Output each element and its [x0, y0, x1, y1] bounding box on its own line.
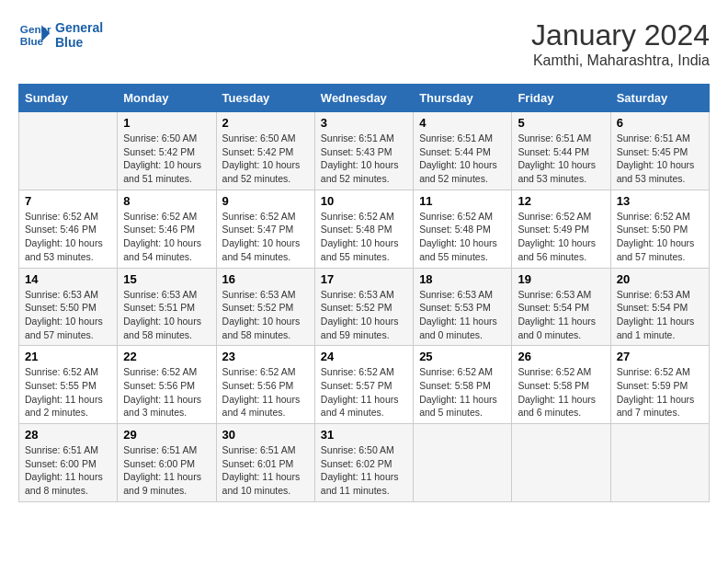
title-block: January 2024 Kamthi, Maharashtra, India: [531, 18, 710, 69]
weekday-header: Thursday: [414, 85, 512, 112]
calendar-cell: [512, 424, 610, 502]
day-detail: Sunrise: 6:50 AM Sunset: 5:42 PM Dayligh…: [222, 132, 301, 184]
day-detail: Sunrise: 6:52 AM Sunset: 5:46 PM Dayligh…: [123, 211, 201, 262]
logo-line2: Blue: [55, 35, 103, 50]
day-detail: Sunrise: 6:52 AM Sunset: 5:49 PM Dayligh…: [518, 211, 596, 262]
calendar-cell: 19Sunrise: 6:53 AM Sunset: 5:54 PM Dayli…: [512, 268, 610, 346]
calendar-cell: 7Sunrise: 6:52 AM Sunset: 5:46 PM Daylig…: [19, 190, 118, 268]
day-detail: Sunrise: 6:51 AM Sunset: 5:44 PM Dayligh…: [518, 132, 596, 184]
day-detail: Sunrise: 6:52 AM Sunset: 5:48 PM Dayligh…: [419, 211, 497, 262]
calendar-cell: [610, 424, 709, 502]
page-header: General Blue General Blue January 2024 K…: [18, 18, 710, 69]
day-detail: Sunrise: 6:52 AM Sunset: 5:59 PM Dayligh…: [617, 366, 695, 418]
calendar-week-row: 1Sunrise: 6:50 AM Sunset: 5:42 PM Daylig…: [19, 112, 710, 190]
day-number: 15: [123, 272, 210, 286]
day-number: 29: [123, 428, 210, 442]
logo-line1: General: [55, 20, 103, 35]
location: Kamthi, Maharashtra, India: [531, 52, 710, 69]
day-detail: Sunrise: 6:53 AM Sunset: 5:54 PM Dayligh…: [518, 289, 596, 340]
calendar-cell: 17Sunrise: 6:53 AM Sunset: 5:52 PM Dayli…: [314, 268, 413, 346]
day-number: 3: [321, 116, 407, 130]
day-detail: Sunrise: 6:50 AM Sunset: 5:42 PM Dayligh…: [123, 132, 201, 184]
calendar-cell: 10Sunrise: 6:52 AM Sunset: 5:48 PM Dayli…: [314, 190, 413, 268]
calendar-cell: 1Sunrise: 6:50 AM Sunset: 5:42 PM Daylig…: [118, 112, 216, 190]
calendar-cell: 3Sunrise: 6:51 AM Sunset: 5:43 PM Daylig…: [314, 112, 413, 190]
weekday-header: Sunday: [19, 85, 118, 112]
calendar-cell: 14Sunrise: 6:53 AM Sunset: 5:50 PM Dayli…: [19, 268, 118, 346]
day-detail: Sunrise: 6:52 AM Sunset: 5:58 PM Dayligh…: [419, 366, 497, 418]
day-number: 22: [123, 350, 210, 363]
calendar-cell: 30Sunrise: 6:51 AM Sunset: 6:01 PM Dayli…: [216, 424, 314, 502]
calendar-cell: 23Sunrise: 6:52 AM Sunset: 5:56 PM Dayli…: [216, 346, 314, 424]
day-number: 25: [419, 350, 506, 363]
day-number: 9: [222, 194, 309, 208]
weekday-header: Tuesday: [216, 85, 314, 112]
weekday-header: Friday: [512, 85, 610, 112]
day-number: 10: [321, 194, 407, 208]
calendar-cell: 25Sunrise: 6:52 AM Sunset: 5:58 PM Dayli…: [414, 346, 512, 424]
day-number: 18: [419, 272, 506, 286]
day-number: 19: [518, 272, 604, 286]
day-number: 6: [617, 116, 703, 130]
weekday-header: Monday: [118, 85, 216, 112]
calendar-cell: 28Sunrise: 6:51 AM Sunset: 6:00 PM Dayli…: [19, 424, 118, 502]
calendar-cell: 16Sunrise: 6:53 AM Sunset: 5:52 PM Dayli…: [216, 268, 314, 346]
day-detail: Sunrise: 6:51 AM Sunset: 6:00 PM Dayligh…: [123, 444, 201, 496]
calendar-cell: 4Sunrise: 6:51 AM Sunset: 5:44 PM Daylig…: [414, 112, 512, 190]
calendar-cell: 12Sunrise: 6:52 AM Sunset: 5:49 PM Dayli…: [512, 190, 610, 268]
calendar-cell: 5Sunrise: 6:51 AM Sunset: 5:44 PM Daylig…: [512, 112, 610, 190]
month-title: January 2024: [531, 18, 710, 52]
calendar-cell: 18Sunrise: 6:53 AM Sunset: 5:53 PM Dayli…: [414, 268, 512, 346]
calendar-cell: 27Sunrise: 6:52 AM Sunset: 5:59 PM Dayli…: [610, 346, 709, 424]
calendar-cell: 2Sunrise: 6:50 AM Sunset: 5:42 PM Daylig…: [216, 112, 314, 190]
day-number: 4: [419, 116, 506, 130]
calendar-cell: [414, 424, 512, 502]
calendar-cell: 20Sunrise: 6:53 AM Sunset: 5:54 PM Dayli…: [610, 268, 709, 346]
calendar-cell: 11Sunrise: 6:52 AM Sunset: 5:48 PM Dayli…: [414, 190, 512, 268]
calendar-cell: 15Sunrise: 6:53 AM Sunset: 5:51 PM Dayli…: [118, 268, 216, 346]
day-number: 8: [123, 194, 210, 208]
day-number: 2: [222, 116, 309, 130]
day-detail: Sunrise: 6:52 AM Sunset: 5:57 PM Dayligh…: [321, 366, 399, 418]
day-number: 24: [321, 350, 407, 363]
weekday-header: Saturday: [610, 85, 709, 112]
day-number: 26: [518, 350, 604, 363]
day-number: 13: [617, 194, 703, 208]
calendar-cell: 29Sunrise: 6:51 AM Sunset: 6:00 PM Dayli…: [118, 424, 216, 502]
day-number: 5: [518, 116, 604, 130]
calendar-cell: 9Sunrise: 6:52 AM Sunset: 5:47 PM Daylig…: [216, 190, 314, 268]
calendar-week-row: 28Sunrise: 6:51 AM Sunset: 6:00 PM Dayli…: [19, 424, 710, 502]
weekday-header: Wednesday: [314, 85, 413, 112]
day-number: 21: [25, 350, 111, 363]
day-detail: Sunrise: 6:53 AM Sunset: 5:51 PM Dayligh…: [123, 289, 201, 340]
day-number: 27: [617, 350, 703, 363]
day-number: 14: [25, 272, 111, 286]
day-number: 30: [222, 428, 309, 442]
day-detail: Sunrise: 6:52 AM Sunset: 5:50 PM Dayligh…: [617, 211, 695, 262]
day-detail: Sunrise: 6:52 AM Sunset: 5:48 PM Dayligh…: [321, 211, 399, 262]
calendar-cell: 8Sunrise: 6:52 AM Sunset: 5:46 PM Daylig…: [118, 190, 216, 268]
calendar-cell: 13Sunrise: 6:52 AM Sunset: 5:50 PM Dayli…: [610, 190, 709, 268]
logo: General Blue General Blue: [18, 18, 103, 52]
day-number: 31: [321, 428, 407, 442]
day-detail: Sunrise: 6:51 AM Sunset: 5:43 PM Dayligh…: [321, 132, 399, 184]
day-detail: Sunrise: 6:53 AM Sunset: 5:50 PM Dayligh…: [25, 289, 103, 340]
day-number: 20: [617, 272, 703, 286]
day-detail: Sunrise: 6:51 AM Sunset: 6:00 PM Dayligh…: [25, 444, 103, 496]
calendar-week-row: 7Sunrise: 6:52 AM Sunset: 5:46 PM Daylig…: [19, 190, 710, 268]
calendar-cell: 21Sunrise: 6:52 AM Sunset: 5:55 PM Dayli…: [19, 346, 118, 424]
day-number: 11: [419, 194, 506, 208]
day-detail: Sunrise: 6:51 AM Sunset: 6:01 PM Dayligh…: [222, 444, 301, 496]
day-number: 1: [123, 116, 210, 130]
day-number: 28: [25, 428, 111, 442]
calendar-cell: 24Sunrise: 6:52 AM Sunset: 5:57 PM Dayli…: [314, 346, 413, 424]
calendar-table: SundayMondayTuesdayWednesdayThursdayFrid…: [18, 84, 710, 502]
day-detail: Sunrise: 6:51 AM Sunset: 5:44 PM Dayligh…: [419, 132, 497, 184]
calendar-cell: 6Sunrise: 6:51 AM Sunset: 5:45 PM Daylig…: [610, 112, 709, 190]
day-detail: Sunrise: 6:50 AM Sunset: 6:02 PM Dayligh…: [321, 444, 399, 496]
day-number: 12: [518, 194, 604, 208]
day-number: 16: [222, 272, 309, 286]
calendar-cell: 26Sunrise: 6:52 AM Sunset: 5:58 PM Dayli…: [512, 346, 610, 424]
day-detail: Sunrise: 6:52 AM Sunset: 5:47 PM Dayligh…: [222, 211, 301, 262]
calendar-week-row: 14Sunrise: 6:53 AM Sunset: 5:50 PM Dayli…: [19, 268, 710, 346]
